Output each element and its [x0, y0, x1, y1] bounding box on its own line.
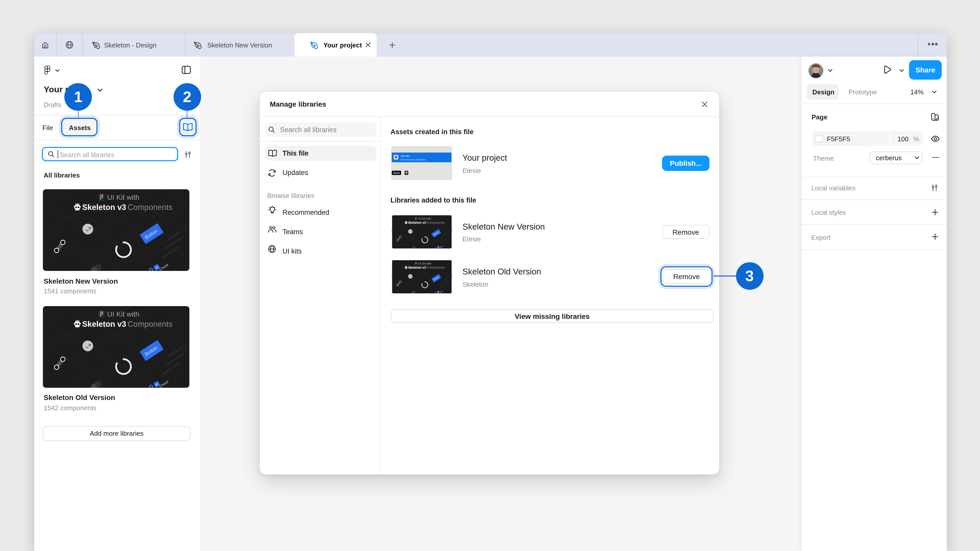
svg-text:UI Kit with: UI Kit with	[107, 310, 139, 318]
svg-text:Skeleton v3: Skeleton v3	[408, 266, 426, 269]
svg-text:UI Kit with: UI Kit with	[418, 262, 431, 265]
svg-text:Components: Components	[426, 221, 444, 224]
svg-text:Short and clear description: Short and clear description	[400, 159, 426, 161]
svg-text:Skeleton v3: Skeleton v3	[82, 320, 126, 329]
svg-text:Button: Button	[393, 171, 400, 174]
svg-text:Skeleton v3: Skeleton v3	[408, 221, 426, 224]
svg-text:Alert title: Alert title	[400, 155, 409, 157]
svg-text:UI Kit with: UI Kit with	[107, 193, 139, 201]
svg-text:Components: Components	[127, 320, 172, 329]
svg-text:UI Kit with: UI Kit with	[418, 217, 431, 220]
svg-text:Components: Components	[127, 203, 172, 212]
svg-text:Components: Components	[426, 266, 444, 269]
svg-text:Skeleton v3: Skeleton v3	[82, 203, 126, 212]
